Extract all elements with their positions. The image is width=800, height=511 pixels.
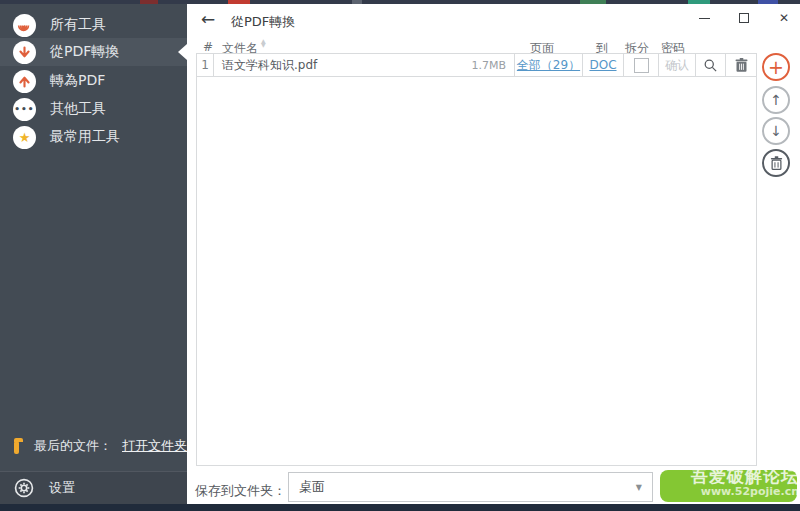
password-confirm-button[interactable]: 确认 [665, 57, 689, 74]
preview-button[interactable] [696, 54, 726, 76]
delete-all-button[interactable] [762, 149, 790, 177]
page-title: 從PDF轉換 [231, 13, 295, 31]
row-index: 1 [197, 54, 214, 76]
folder-icon [14, 441, 19, 454]
search-icon [703, 58, 718, 73]
open-folder-link[interactable]: 打开文件夹 [122, 437, 187, 455]
sidebar-item-label: 所有工具 [50, 16, 106, 34]
screen: 所有工具 從PDF轉換 轉為PDF ••• 其他工具 ★ 最常用工具 [0, 0, 800, 511]
sidebar-item-to-pdf[interactable]: 轉為PDF [0, 67, 187, 95]
sort-down-icon: ▼ [261, 43, 266, 47]
last-file-row: 最后的文件： 打开文件夹 [0, 430, 187, 462]
add-file-button[interactable]: + [762, 53, 790, 81]
main-panel: ← 從PDF轉換 ✕ # 文件名 ▲ ▼ 页面 到 拆分 密码 1 语文学科知识… [187, 4, 800, 504]
row-filename-cell: 语文学科知识.pdf 1.7MB [214, 54, 515, 76]
column-header-index: # [203, 40, 213, 54]
back-button[interactable]: ← [201, 9, 215, 29]
row-format-cell: DOC [583, 54, 624, 76]
row-split-cell [624, 54, 659, 76]
row-password-cell: 确认 [659, 54, 696, 76]
sidebar: 所有工具 從PDF轉換 轉為PDF ••• 其他工具 ★ 最常用工具 [0, 4, 187, 504]
minimize-button[interactable] [696, 10, 712, 26]
maximize-icon [739, 13, 749, 23]
arrow-up-circle-icon [13, 70, 36, 93]
ellipsis-circle-icon: ••• [13, 98, 36, 121]
row-pages-cell: 全部（29） [515, 54, 583, 76]
save-folder-dropdown[interactable]: 桌面 ▼ [288, 472, 653, 502]
arrow-down-icon: ↓ [770, 123, 782, 139]
gear-icon [13, 477, 35, 499]
file-list: 1 语文学科知识.pdf 1.7MB 全部（29） DOC 确认 [196, 53, 757, 466]
save-folder-label: 保存到文件夹： [195, 482, 286, 500]
arrow-down-circle-icon [13, 41, 36, 64]
selected-item-notch [178, 44, 187, 60]
file-size: 1.7MB [471, 59, 506, 72]
spiral-icon [13, 14, 36, 37]
trash-icon [735, 58, 748, 73]
minimize-icon [699, 18, 710, 19]
convert-button[interactable] [660, 470, 797, 502]
sidebar-item-other-tools[interactable]: ••• 其他工具 [0, 95, 187, 123]
settings-label: 设置 [49, 479, 75, 497]
table-row: 1 语文学科知识.pdf 1.7MB 全部（29） DOC 确认 [197, 54, 756, 77]
last-file-label: 最后的文件： [34, 437, 112, 455]
star-glyph: ★ [19, 131, 31, 144]
star-circle-icon: ★ [13, 126, 36, 149]
sidebar-item-all-tools[interactable]: 所有工具 [0, 11, 187, 39]
sidebar-item-label: 其他工具 [50, 100, 106, 118]
split-checkbox[interactable] [634, 58, 649, 73]
move-down-button[interactable]: ↓ [762, 117, 790, 145]
desktop-edge-bottom [0, 504, 800, 511]
close-button[interactable]: ✕ [776, 10, 792, 26]
row-delete-button[interactable] [726, 54, 756, 76]
chevron-down-icon: ▼ [636, 483, 642, 492]
sidebar-item-label: 轉為PDF [50, 72, 105, 90]
trash-icon [770, 156, 783, 171]
save-folder-value: 桌面 [299, 478, 325, 496]
format-link[interactable]: DOC [589, 58, 616, 72]
sort-icon[interactable]: ▲ ▼ [261, 39, 266, 46]
arrow-up-icon: ↑ [770, 92, 782, 108]
ellipsis-glyph: ••• [14, 105, 34, 114]
sidebar-item-label: 從PDF轉換 [50, 43, 119, 61]
sidebar-item-label: 最常用工具 [50, 128, 120, 146]
sidebar-item-from-pdf[interactable]: 從PDF轉換 [0, 38, 187, 66]
sidebar-item-favorite-tools[interactable]: ★ 最常用工具 [0, 123, 187, 151]
pages-link[interactable]: 全部（29） [517, 57, 580, 74]
filename: 语文学科知识.pdf [222, 57, 317, 74]
window-controls: ✕ [696, 10, 792, 26]
maximize-button[interactable] [736, 10, 752, 26]
move-up-button[interactable]: ↑ [762, 86, 790, 114]
sidebar-item-settings[interactable]: 设置 [0, 471, 187, 504]
